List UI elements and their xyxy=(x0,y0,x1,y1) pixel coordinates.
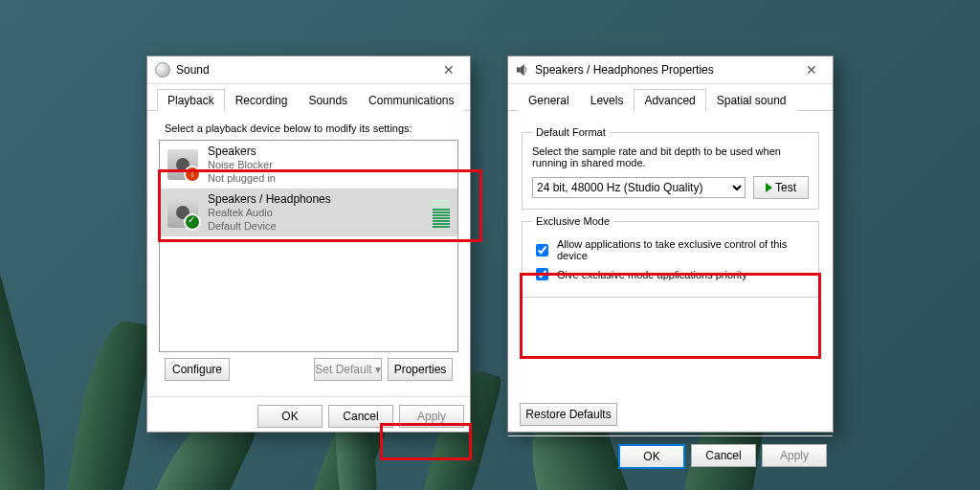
highlight-box xyxy=(158,169,482,242)
properties-button[interactable]: Properties xyxy=(388,358,453,381)
restore-defaults-button[interactable]: Restore Defaults xyxy=(520,403,617,426)
apply-button[interactable]: Apply xyxy=(762,444,827,467)
tab-recording[interactable]: Recording xyxy=(225,89,299,111)
exclusive-mode-legend: Exclusive Mode xyxy=(532,215,613,227)
ok-button[interactable]: OK xyxy=(257,405,323,428)
default-format-legend: Default Format xyxy=(532,126,610,138)
window-title: Speakers / Headphones Properties xyxy=(535,63,714,77)
checkbox-input[interactable] xyxy=(536,244,548,256)
close-icon[interactable]: ✕ xyxy=(798,60,825,79)
speaker-icon xyxy=(516,63,529,77)
highlight-box xyxy=(520,273,821,359)
tab-advanced[interactable]: Advanced xyxy=(634,89,705,111)
properties-window: Speakers / Headphones Properties ✕ Gener… xyxy=(507,56,834,433)
titlebar[interactable]: Speakers / Headphones Properties ✕ xyxy=(508,56,833,84)
device-list[interactable]: ↓ Speakers Noise Blocker Not plugged in … xyxy=(159,140,458,352)
svg-rect-0 xyxy=(517,67,521,72)
tab-spatial[interactable]: Spatial sound xyxy=(706,89,797,111)
sound-window-icon xyxy=(155,62,170,78)
format-select[interactable]: 24 bit, 48000 Hz (Studio Quality) xyxy=(532,177,746,198)
sound-window: Sound ✕ Playback Recording Sounds Commun… xyxy=(146,56,471,433)
tab-levels[interactable]: Levels xyxy=(580,89,635,111)
svg-marker-1 xyxy=(520,64,523,76)
set-default-button[interactable]: Set Default ▾ xyxy=(314,358,382,381)
default-format-desc: Select the sample rate and bit depth to … xyxy=(532,145,809,168)
highlight-box xyxy=(380,423,472,460)
tab-communications[interactable]: Communications xyxy=(358,89,464,111)
checkbox-exclusive-control[interactable]: Allow applications to take exclusive con… xyxy=(532,238,809,261)
tab-general[interactable]: General xyxy=(518,89,580,111)
ok-button[interactable]: OK xyxy=(618,444,685,469)
tab-sounds[interactable]: Sounds xyxy=(298,89,358,111)
configure-button[interactable]: Configure xyxy=(165,358,230,381)
tabs: General Levels Advanced Spatial sound xyxy=(508,84,833,111)
instruction-text: Select a playback device below to modify… xyxy=(165,122,458,134)
play-icon xyxy=(766,183,772,192)
device-name: Speakers xyxy=(208,145,276,158)
window-title: Sound xyxy=(176,63,210,77)
default-format-group: Default Format Select the sample rate an… xyxy=(522,126,819,210)
test-button[interactable]: Test xyxy=(753,176,809,199)
close-icon[interactable]: ✕ xyxy=(435,60,462,79)
cancel-button[interactable]: Cancel xyxy=(691,444,756,467)
titlebar[interactable]: Sound ✕ xyxy=(147,56,470,84)
tabs: Playback Recording Sounds Communications xyxy=(147,84,470,111)
tab-playback[interactable]: Playback xyxy=(157,89,225,111)
